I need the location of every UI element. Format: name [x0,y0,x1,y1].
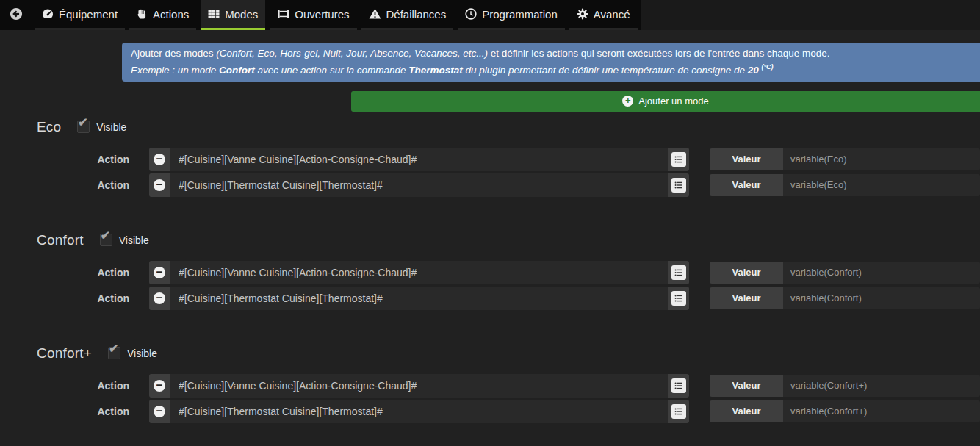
action-label: Action [0,267,129,278]
tab-programmation[interactable]: Programmation [458,0,565,30]
tab-label: Modes [225,8,258,21]
action-row: Action − Valeur [0,400,980,423]
warning-triangle-icon [369,8,381,20]
check-icon: ✔ [109,343,118,355]
action-label: Action [0,179,129,191]
tab-label: Défaillances [386,8,447,21]
window-frame-icon [277,8,289,20]
remove-action-button[interactable]: − [149,287,170,310]
add-mode-button[interactable]: + Ajouter un mode [351,91,980,112]
add-mode-button-label: Ajouter un mode [638,96,708,107]
minus-circle-icon: − [154,267,165,278]
visible-checkbox[interactable]: ✔ [77,121,90,133]
table-grid-icon [208,8,220,20]
visible-checkbox-wrap[interactable]: ✔ Visible [77,121,126,133]
action-value-input[interactable] [783,262,980,284]
select-command-button[interactable] [668,148,689,171]
hand-icon [137,8,148,20]
tab-actions[interactable]: Actions [129,0,196,30]
valeur-label: Valeur [710,375,783,397]
back-button[interactable] [0,0,32,30]
action-value-input[interactable] [783,375,980,397]
minus-circle-icon: − [154,292,165,304]
tachometer-icon [42,8,54,20]
action-command-input[interactable] [170,287,668,310]
minus-circle-icon: − [154,380,165,392]
action-label: Action [0,406,129,417]
select-command-button[interactable] [668,287,689,310]
select-command-button[interactable] [668,261,689,284]
action-row: Action − Valeur [0,287,980,310]
visible-checkbox-wrap[interactable]: ✔ Visible [108,347,157,359]
action-row: Action − Valeur [0,148,980,171]
tab-label: Programmation [482,8,558,21]
tab-equipement[interactable]: Équipement [35,0,125,30]
action-value-input[interactable] [783,287,980,309]
info-banner: Ajouter des modes (Confort, Eco, Hors-ge… [122,43,980,82]
valeur-label: Valeur [710,262,783,284]
minus-circle-icon: − [154,179,165,191]
valeur-label: Valeur [710,400,783,422]
select-command-button[interactable] [668,400,689,423]
mode-title: Eco [37,119,61,135]
minus-circle-icon: − [154,154,165,165]
action-command-input[interactable] [170,400,668,423]
visible-checkbox[interactable]: ✔ [108,347,120,359]
tab-label: Avancé [594,8,630,21]
remove-action-button[interactable]: − [149,400,170,423]
visible-label: Visible [119,234,149,246]
tab-ouvertures[interactable]: Ouvertures [270,0,356,30]
list-icon [671,378,686,393]
action-label: Action [0,380,129,392]
mode-section-eco: Eco ✔ Visible Action − Valeur [0,119,980,197]
mode-section-confort: Confort ✔ Visible Action − Valeur [0,232,980,310]
remove-action-button[interactable]: − [149,173,170,197]
select-command-button[interactable] [668,374,689,398]
tab-label: Équipement [59,8,118,21]
action-command-input[interactable] [170,148,668,171]
action-value-input[interactable] [783,148,980,170]
tab-label: Actions [153,8,189,21]
valeur-label: Valeur [710,287,783,309]
check-icon: ✔ [101,230,110,242]
tab-defaillances[interactable]: Défaillances [361,0,454,30]
visible-label: Visible [96,121,126,133]
tabs-strip: Équipement Actions [0,0,641,30]
top-navbar: Équipement Actions [0,0,980,30]
remove-action-button[interactable]: − [149,261,170,284]
remove-action-button[interactable]: − [149,374,170,398]
action-command-input[interactable] [170,374,668,398]
action-row: Action − Valeur [0,374,980,398]
visible-checkbox[interactable]: ✔ [100,234,112,246]
clock-icon [465,8,477,20]
visible-checkbox-wrap[interactable]: ✔ Visible [100,234,149,246]
tab-label: Ouvertures [295,8,349,21]
plus-circle-icon: + [622,96,633,107]
list-icon [671,291,686,306]
tab-avance[interactable]: Avancé [569,0,638,30]
valeur-label: Valeur [710,148,783,170]
select-command-button[interactable] [668,173,689,197]
valeur-label: Valeur [710,174,783,196]
action-command-input[interactable] [170,173,668,197]
list-icon [671,152,686,167]
action-label: Action [0,292,129,304]
list-icon [671,404,686,419]
list-icon [671,178,686,193]
mode-section-confort-plus: Confort+ ✔ Visible Action − Valeur [0,345,980,423]
mode-title: Confort [37,232,84,248]
tab-modes[interactable]: Modes [201,0,265,30]
list-icon [671,265,686,280]
action-command-input[interactable] [170,261,668,284]
minus-circle-icon: − [154,406,165,417]
visible-label: Visible [127,348,157,359]
arrow-circle-left-icon [10,7,23,21]
banner-line-2: Exemple : un mode Confort avec une actio… [131,60,970,77]
banner-line-1: Ajouter des modes (Confort, Eco, Hors-ge… [131,46,970,60]
action-row: Action − Valeur [0,261,980,284]
action-value-input[interactable] [783,400,980,422]
check-icon: ✔ [78,117,87,129]
remove-action-button[interactable]: − [149,148,170,171]
action-value-input[interactable] [783,174,980,196]
gear-icon [577,8,588,20]
